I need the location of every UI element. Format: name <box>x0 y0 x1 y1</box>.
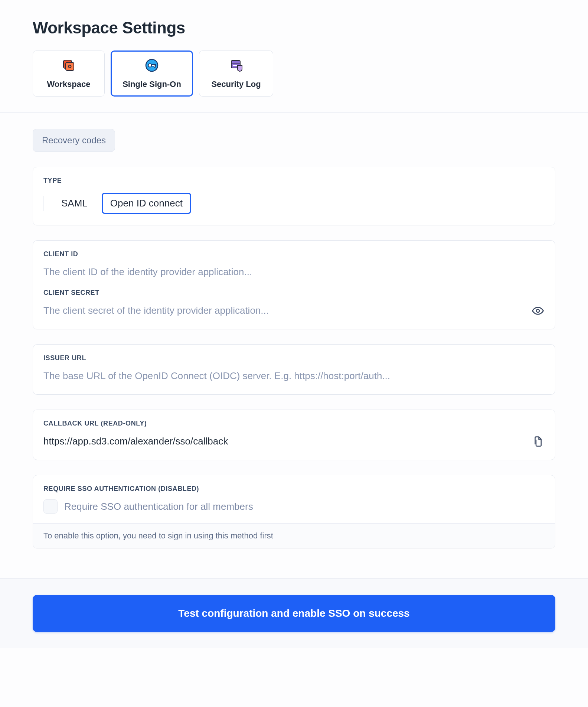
shield-log-icon <box>229 58 244 73</box>
require-sso-checkbox-label: Require SSO authentication for all membe… <box>64 501 253 512</box>
copy-icon <box>532 436 543 447</box>
type-divider <box>43 196 44 211</box>
require-sso-label: Require SSO Authentication (Disabled) <box>43 485 545 493</box>
require-sso-note: To enable this option, you need to sign … <box>33 523 555 548</box>
require-sso-checkbox[interactable] <box>43 499 58 514</box>
tab-workspace-label: Workspace <box>47 79 91 89</box>
page-title: Workspace Settings <box>33 19 555 37</box>
tab-security-log[interactable]: Security Log <box>199 50 273 97</box>
client-secret-input[interactable] <box>43 303 525 318</box>
callback-url-card: Callback URL (Read-only) https://app.sd3… <box>33 410 555 460</box>
type-label: Type <box>43 177 545 185</box>
test-and-enable-sso-button[interactable]: Test configuration and enable SSO on suc… <box>33 595 555 632</box>
tab-security-log-label: Security Log <box>211 79 261 89</box>
client-id-label: Client ID <box>43 250 545 258</box>
type-option-oidc[interactable]: Open ID connect <box>102 193 191 214</box>
svg-point-10 <box>536 309 539 312</box>
footer-bar: Test configuration and enable SSO on suc… <box>0 578 588 648</box>
recovery-codes-button[interactable]: Recovery codes <box>33 129 115 152</box>
eye-icon <box>532 305 544 317</box>
tabs: Workspace Single Sign-On <box>33 50 555 112</box>
toggle-secret-visibility-button[interactable] <box>531 304 545 317</box>
client-credentials-card: Client ID Client Secret <box>33 240 555 329</box>
type-option-saml[interactable]: SAML <box>54 194 95 213</box>
type-card: Type SAML Open ID connect <box>33 167 555 225</box>
require-sso-card: Require SSO Authentication (Disabled) Re… <box>33 475 555 548</box>
tab-sso-label: Single Sign-On <box>122 79 181 89</box>
copy-callback-url-button[interactable] <box>531 435 545 448</box>
client-id-input[interactable] <box>43 265 545 279</box>
type-toggle: SAML Open ID connect <box>43 191 545 214</box>
issuer-url-label: Issuer URL <box>43 354 545 362</box>
callback-url-value: https://app.sd3.com/alexander/sso/callba… <box>43 434 228 449</box>
issuer-url-input[interactable] <box>43 369 545 383</box>
svg-rect-6 <box>154 65 155 67</box>
svg-rect-1 <box>66 62 74 71</box>
workspace-icon <box>61 58 76 73</box>
tab-single-sign-on[interactable]: Single Sign-On <box>111 50 193 97</box>
client-secret-label: Client Secret <box>43 289 545 297</box>
callback-url-label: Callback URL (Read-only) <box>43 420 545 427</box>
issuer-url-card: Issuer URL <box>33 344 555 395</box>
key-icon <box>144 58 159 73</box>
tab-workspace[interactable]: Workspace <box>33 50 105 97</box>
